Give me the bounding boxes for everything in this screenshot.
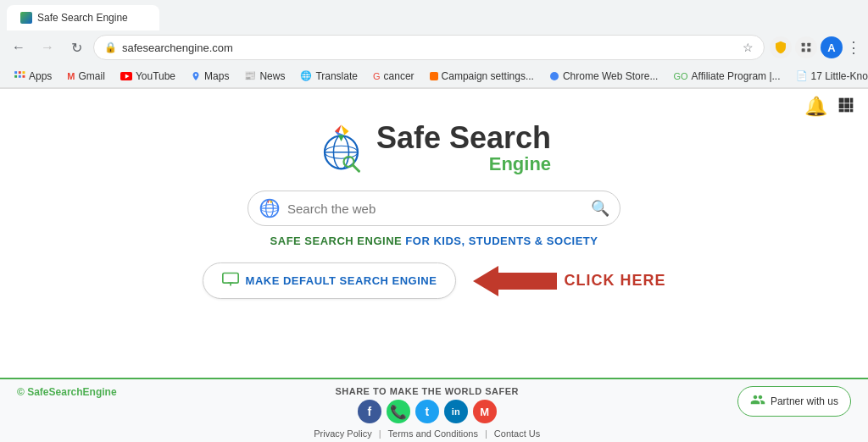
- footer-divider-1: |: [379, 428, 381, 439]
- bookmark-maps[interactable]: Maps: [184, 69, 236, 84]
- bookmark-chrome-store-label: Chrome Web Store...: [563, 70, 659, 82]
- shield-ext-icon[interactable]: [770, 36, 792, 58]
- bookmark-campaign[interactable]: Campaign settings...: [423, 69, 541, 84]
- tagline-green: SAFE SEARCH ENGINE: [270, 235, 403, 247]
- social-linkedin[interactable]: in: [444, 400, 468, 423]
- svg-rect-0: [802, 43, 805, 47]
- svg-rect-6: [23, 71, 25, 74]
- search-icon[interactable]: 🔍: [591, 199, 609, 218]
- bookmark-star-icon[interactable]: ☆: [743, 41, 754, 54]
- bookmarks-bar: Apps M Gmail YouTube Maps 📰 News 🌐 Trans…: [0, 64, 868, 88]
- tab-favicon: [20, 12, 32, 24]
- svg-rect-5: [19, 71, 21, 74]
- active-tab[interactable]: Safe Search Engine: [7, 5, 159, 30]
- top-right-icons: 🔔: [804, 96, 854, 118]
- bookmark-17little[interactable]: 📄 17 Little-Known Affi...: [789, 69, 868, 84]
- bookmark-translate-label: Translate: [315, 70, 358, 82]
- bookmark-gmail-label: Gmail: [79, 70, 105, 82]
- terms-link[interactable]: Terms and Conditions: [388, 428, 478, 439]
- lock-icon: 🔒: [104, 41, 117, 53]
- bookmark-cancer-label: cancer: [384, 70, 415, 82]
- svg-rect-7: [14, 75, 17, 77]
- bookmark-gmail[interactable]: M Gmail: [60, 69, 112, 84]
- svg-rect-20: [839, 109, 844, 112]
- bookmark-affiliate-label: Affiliate Program |...: [692, 70, 781, 82]
- reload-button[interactable]: ↻: [64, 36, 88, 59]
- social-gmail[interactable]: M: [473, 400, 497, 423]
- bookmark-apps[interactable]: Apps: [7, 69, 58, 84]
- svg-point-12: [195, 74, 198, 76]
- svg-rect-15: [844, 97, 849, 102]
- footer-divider-2: |: [485, 428, 487, 439]
- partner-button[interactable]: Partner with us: [737, 386, 851, 417]
- logo-engine-text: Engine: [376, 153, 551, 175]
- search-bar-container[interactable]: 🔍: [248, 191, 620, 226]
- click-here-area: CLICK HERE: [473, 266, 665, 296]
- tab-bar: Safe Search Engine: [0, 0, 868, 30]
- monitor-icon: [222, 272, 239, 290]
- svg-rect-21: [844, 109, 849, 112]
- logo-text-block: Safe Search Engine: [376, 123, 551, 175]
- svg-rect-8: [19, 75, 21, 77]
- svg-rect-3: [807, 48, 810, 52]
- search-input[interactable]: [287, 202, 591, 216]
- news-icon: 📰: [244, 70, 256, 81]
- svg-rect-19: [850, 103, 853, 108]
- footer-links: Privacy Policy | Terms and Conditions | …: [314, 428, 540, 439]
- gmail-icon: M: [67, 71, 75, 81]
- nav-bar: ← → ↻ 🔒 safesearchengine.com ☆ A ⋮: [0, 30, 868, 64]
- contact-link[interactable]: Contact Us: [494, 428, 540, 439]
- social-twitter[interactable]: t: [415, 400, 439, 423]
- svg-rect-14: [839, 97, 844, 102]
- bookmark-chrome-store[interactable]: Chrome Web Store...: [542, 69, 665, 84]
- tagline-blue: FOR KIDS, STUDENTS & SOCIETY: [405, 235, 598, 247]
- social-facebook[interactable]: f: [358, 400, 381, 423]
- privacy-policy-link[interactable]: Privacy Policy: [314, 428, 371, 439]
- svg-rect-1: [807, 43, 810, 47]
- search-globe-icon: [259, 197, 281, 219]
- bookmark-cancer[interactable]: G cancer: [366, 69, 421, 84]
- translate-icon: 🌐: [300, 70, 312, 81]
- address-bar[interactable]: 🔒 safesearchengine.com ☆: [93, 35, 765, 60]
- partner-btn-label: Partner with us: [771, 395, 838, 407]
- svg-marker-30: [338, 135, 345, 142]
- footer-share-text: SHARE TO MAKE THE WORLD SAFER: [335, 386, 519, 396]
- bell-icon[interactable]: 🔔: [804, 96, 827, 118]
- social-icons: f 📞 t in M: [358, 400, 497, 423]
- logo-globe-icon: [317, 124, 368, 174]
- red-arrow-icon: [473, 266, 557, 296]
- profile-avatar[interactable]: A: [821, 36, 843, 58]
- bookmark-apps-label: Apps: [29, 70, 52, 82]
- cancer-favicon: G: [373, 71, 381, 81]
- svg-marker-28: [341, 125, 348, 135]
- make-default-button[interactable]: MAKE DEFAULT SEARCH ENGINE: [203, 262, 457, 299]
- tab-label: Safe Search Engine: [37, 12, 128, 24]
- svg-rect-2: [802, 48, 805, 52]
- svg-point-13: [550, 72, 559, 80]
- bookmark-translate[interactable]: 🌐 Translate: [293, 69, 364, 84]
- bookmark-news-label: News: [259, 70, 285, 82]
- bookmark-affiliate[interactable]: GO Affiliate Program |...: [666, 69, 787, 84]
- svg-rect-39: [222, 273, 237, 284]
- affiliate-icon: GO: [673, 71, 687, 81]
- back-button[interactable]: ←: [7, 36, 31, 59]
- bookmark-youtube[interactable]: YouTube: [114, 69, 182, 84]
- svg-rect-22: [850, 109, 853, 112]
- click-here-text: CLICK HERE: [564, 272, 665, 290]
- logo-row: Safe Search Engine: [317, 123, 551, 175]
- forward-button[interactable]: →: [36, 36, 59, 59]
- grid-icon[interactable]: [837, 97, 854, 118]
- chrome-menu-icon[interactable]: ⋮: [846, 38, 861, 57]
- bookmark-maps-label: Maps: [204, 70, 229, 82]
- partner-icon: [750, 392, 765, 411]
- 17little-icon: 📄: [796, 70, 808, 81]
- footer-copyright: © SafeSearchEngine: [17, 386, 117, 398]
- logo-area: Safe Search Engine: [317, 123, 551, 175]
- svg-marker-29: [335, 131, 344, 135]
- svg-rect-18: [844, 103, 849, 108]
- social-whatsapp[interactable]: 📞: [387, 400, 410, 423]
- make-default-label: MAKE DEFAULT SEARCH ENGINE: [246, 274, 437, 287]
- svg-rect-4: [14, 71, 17, 74]
- bookmark-news[interactable]: 📰 News: [237, 69, 292, 84]
- puzzle-ext-icon[interactable]: [795, 36, 817, 58]
